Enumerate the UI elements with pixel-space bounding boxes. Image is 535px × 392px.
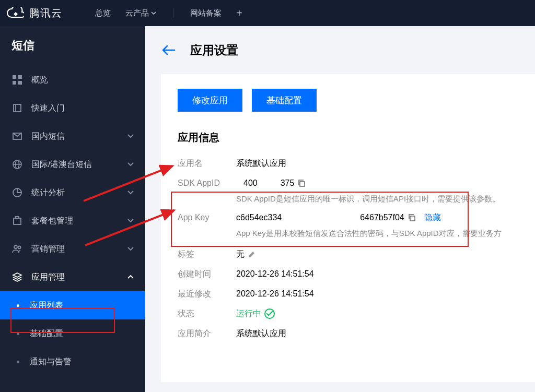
svg-rect-4 (14, 104, 21, 112)
chevron-down-icon (127, 162, 134, 167)
tab-basic-config[interactable]: 基础配置 (252, 89, 317, 112)
sidebar-sub-alert[interactable]: 通知与告警 (0, 348, 145, 376)
sidebar-item-stats[interactable]: 统计分析 (0, 179, 145, 207)
svg-rect-12 (16, 217, 19, 218)
dot-icon (17, 304, 19, 307)
svg-rect-15 (300, 182, 305, 186)
row-created: 创建时间 2020-12-26 14:51:54 (178, 268, 518, 280)
svg-point-13 (14, 245, 17, 248)
sidebar-sub-basic[interactable]: 基础配置 (0, 319, 145, 348)
mail-icon (11, 130, 23, 142)
app-card: 修改应用 基础配置 应用信息 应用名 系统默认应用 SDK AppID 4003… (161, 74, 535, 382)
row-tags: 标签 无 (178, 248, 518, 260)
book-icon (11, 102, 23, 114)
sidebar-item-sms-cn[interactable]: 国内短信 (0, 122, 145, 150)
sidebar-item-sms-intl[interactable]: 国际/港澳台短信 (0, 150, 145, 179)
sidebar-item-overview[interactable]: 概览 (0, 66, 145, 94)
cloud-logo-icon (6, 7, 24, 19)
hide-link[interactable]: 隐藏 (424, 211, 441, 224)
row-status: 状态 运行中 (178, 307, 518, 320)
tab-modify-app[interactable]: 修改应用 (178, 89, 242, 112)
sidebar: 短信 概览 快速入门 国内短信 国际/港澳台短信 统计分析 套餐包管理 (0, 26, 145, 392)
row-sdk-appid: SDK AppID 400375 SDK AppID是短信应用的唯一标识，调用短… (178, 177, 518, 205)
svg-rect-11 (14, 218, 21, 224)
edit-icon[interactable] (248, 250, 256, 258)
top-nav: 总览 云产品 网站备案 + (95, 7, 242, 19)
add-icon[interactable]: + (236, 7, 242, 19)
row-intro: 应用简介 系统默认应用 (178, 327, 518, 340)
brand-text: 腾讯云 (29, 6, 62, 20)
svg-rect-2 (13, 81, 16, 85)
section-title: 应用信息 (178, 130, 518, 145)
chevron-down-icon (127, 219, 134, 223)
app-key-value: c6d54ec3346467b57f04 (236, 211, 404, 224)
main-content: 应用设置 修改应用 基础配置 应用信息 应用名 系统默认应用 SDK AppID… (145, 26, 535, 392)
sidebar-item-quickstart[interactable]: 快速入门 (0, 94, 145, 122)
chevron-up-icon (127, 275, 134, 279)
people-icon (11, 243, 23, 255)
grid-icon (11, 74, 23, 86)
sidebar-item-marketing[interactable]: 营销管理 (0, 235, 145, 263)
svg-rect-1 (18, 75, 22, 79)
svg-point-14 (18, 246, 21, 249)
nav-beian[interactable]: 网站备案 (190, 8, 222, 18)
sidebar-item-package[interactable]: 套餐包管理 (0, 207, 145, 235)
app-key-desc: App Key是用来校验短信发送合法性的密码，与SDK AppID对应，需要业务… (236, 227, 518, 240)
nav-overview[interactable]: 总览 (95, 8, 111, 18)
package-icon (11, 215, 23, 227)
nav-products[interactable]: 云产品 (125, 8, 156, 18)
sidebar-item-apps[interactable]: 应用管理 (0, 263, 145, 291)
chart-icon (11, 187, 23, 198)
sidebar-sub-applist[interactable]: 应用列表 (0, 291, 145, 319)
dot-icon (17, 332, 19, 335)
copy-icon[interactable] (408, 213, 416, 222)
sdk-appid-desc: SDK AppID是短信应用的唯一标识，调用短信API接口时，需要提供该参数。 (236, 193, 518, 205)
svg-rect-16 (410, 216, 415, 221)
svg-rect-3 (18, 81, 22, 85)
row-modified: 最近修改 2020-12-26 14:51:54 (178, 288, 518, 300)
sidebar-title: 短信 (0, 38, 145, 66)
row-app-key: App Key c6d54ec3346467b57f04 隐藏 App Key是… (178, 211, 518, 240)
chevron-down-icon (127, 134, 134, 138)
back-arrow-icon[interactable] (162, 45, 176, 55)
dot-icon (17, 361, 19, 363)
chevron-down-icon (151, 11, 156, 15)
row-app-name: 应用名 系统默认应用 (178, 157, 518, 170)
check-circle-icon (264, 308, 275, 319)
layers-icon (11, 271, 23, 283)
separator (173, 8, 173, 18)
sdk-appid-value: 400375 (236, 177, 294, 189)
brand[interactable]: 腾讯云 (6, 6, 95, 20)
chevron-down-icon (127, 247, 134, 251)
chevron-down-icon (127, 191, 134, 195)
svg-rect-0 (13, 75, 16, 79)
copy-icon[interactable] (297, 179, 306, 187)
globe-icon (11, 159, 23, 170)
top-bar: 腾讯云 总览 云产品 网站备案 + (0, 0, 535, 26)
page-title: 应用设置 (190, 42, 238, 58)
